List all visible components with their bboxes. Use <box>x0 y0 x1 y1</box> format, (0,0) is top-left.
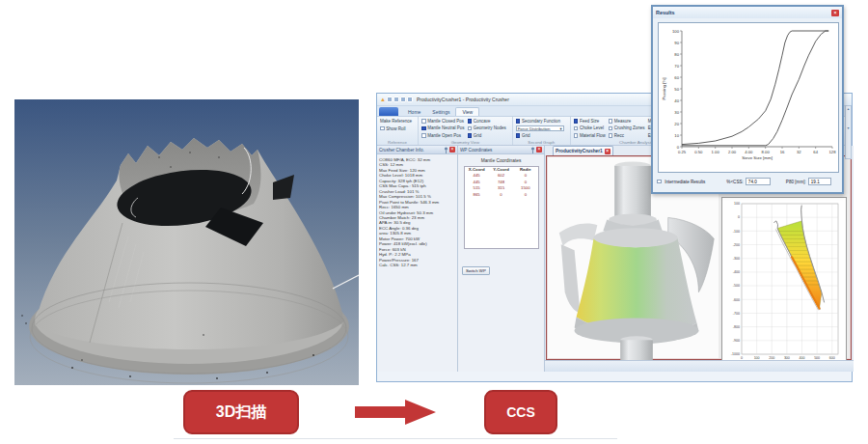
ribbon-item-crushing-zones[interactable]: Crushing Zones <box>609 125 645 131</box>
checkbox-show-roll[interactable] <box>380 126 385 131</box>
ribbon-item-force-distribution[interactable]: Force Distribution▾ <box>516 125 564 131</box>
svg-text:Passing [%]: Passing [%] <box>662 77 666 99</box>
wp-coordinates-panel: WP Coordinates × Mantle Coordinates X-Co… <box>458 146 545 372</box>
intermediate-results-label: Intermediate Results <box>665 180 705 184</box>
checkbox-choke-level[interactable] <box>574 126 579 131</box>
chamber-info-panel-header: Crusher Chamber Info. × <box>377 146 457 154</box>
svg-text:64: 64 <box>813 150 818 154</box>
checkbox-mantle-open-pos[interactable] <box>421 133 426 138</box>
status-bar: Pane 1 <box>545 360 854 372</box>
checkbox-feed-size[interactable] <box>574 119 579 124</box>
results-title-bar: Results × <box>653 7 842 18</box>
close-icon[interactable]: × <box>536 147 542 153</box>
ribbon-item-measure[interactable]: Measure <box>609 118 645 125</box>
p80-field-label: P80 [mm]: <box>786 180 806 184</box>
svg-text:-400: -400 <box>733 270 740 274</box>
ribbon-item-feed-size[interactable]: Feed Size <box>574 118 606 125</box>
qat-icon-3[interactable] <box>400 97 406 102</box>
ribbon-item-geometry-nodes[interactable]: Geometry Nodes <box>468 125 506 131</box>
results-footer: Intermediate Results %<CSS: 74.0 P80 [mm… <box>653 174 842 189</box>
flow-step-3d-scan: 3D扫描 <box>183 390 299 434</box>
ribbon-item-mantle-neutral-pos[interactable]: Mantle Neutral Pos <box>421 125 464 131</box>
close-icon[interactable]: × <box>449 147 455 153</box>
svg-text:80: 80 <box>674 52 679 57</box>
mantle-coordinates-title: Mantle Coordinates <box>458 158 544 163</box>
checkbox-crushing-zones[interactable] <box>609 126 613 131</box>
cell: 0 <box>489 192 513 198</box>
ribbon-item-grid[interactable]: Grid <box>516 132 564 139</box>
document-tab[interactable]: ProductivityCrusher1 × <box>553 146 613 155</box>
qat-icon-1[interactable] <box>387 97 393 102</box>
tab-settings[interactable]: Settings <box>426 107 455 116</box>
checkbox-grid[interactable] <box>516 133 521 138</box>
ribbon-group-name: Geometry View <box>419 140 512 145</box>
vertical-scrollbar[interactable]: ▴▾ <box>845 105 852 159</box>
svg-text:-200: -200 <box>733 243 740 247</box>
css-field-label: %<CSS: <box>726 180 744 184</box>
svg-text:0: 0 <box>738 215 740 219</box>
ribbon-item-material-flow[interactable]: Material Flow <box>574 132 606 139</box>
switch-wp-button[interactable]: Switch WP <box>462 266 490 275</box>
svg-text:32: 32 <box>797 150 801 154</box>
mantle-coordinates-table[interactable]: X-CoordY-CoordRadie445602044574805153151… <box>464 166 539 249</box>
tab-home[interactable]: Home <box>402 107 426 116</box>
tab-view[interactable]: View <box>455 107 479 116</box>
ribbon-item-grid[interactable]: Grid <box>468 132 506 139</box>
svg-text:-1000: -1000 <box>731 352 740 356</box>
pin-icon[interactable] <box>530 147 535 153</box>
svg-text:-300: -300 <box>733 257 740 261</box>
pin-icon[interactable] <box>444 147 448 153</box>
close-icon[interactable]: × <box>605 149 610 154</box>
flow-step-ccs-label: CCS <box>506 404 535 420</box>
ribbon-group-name: Reference <box>377 140 418 145</box>
screen: 3D扫描 CCS ▲ ProductivityCrusher1 - Produc… <box>0 0 868 444</box>
ribbon-item-recc[interactable]: Recc <box>609 132 645 139</box>
checkbox-recc[interactable] <box>609 133 613 138</box>
scan-3d-mesh <box>14 99 359 385</box>
checkbox-geometry-nodes[interactable] <box>468 126 473 131</box>
qat-icon-2[interactable] <box>393 97 399 102</box>
ribbon-item-mantle-open-pos[interactable]: Mantle Open Pos <box>421 132 464 139</box>
scan-3d-view <box>14 99 359 385</box>
svg-text:0: 0 <box>677 145 680 150</box>
ribbon-item-concave[interactable]: Concave <box>468 118 506 125</box>
ribbon-group-second-graph: Secondary FunctionForce Distribution▾Gri… <box>513 117 571 145</box>
ribbon-item-mantle-closed-pos[interactable]: Mantle Closed Pos <box>421 118 464 125</box>
css-field-value[interactable]: 74.0 <box>746 178 771 185</box>
ribbon-item-make-reference[interactable]: Make Reference <box>380 118 412 125</box>
dropdown-force-distribution[interactable]: Force Distribution▾ <box>516 125 564 131</box>
checkbox-mantle-neutral-pos[interactable] <box>421 126 426 131</box>
app-menu-button[interactable] <box>379 107 398 116</box>
chamber-info-panel-title: Crusher Chamber Info. <box>379 148 424 153</box>
checkbox-material-flow[interactable] <box>574 133 579 138</box>
ribbon-item-secondary-function[interactable]: Secondary Function <box>516 118 564 125</box>
qat-icon-4[interactable] <box>407 97 413 102</box>
results-chart-frame: 01020304050607080901000.250.501.002.004.… <box>658 22 839 173</box>
svg-text:-500: -500 <box>733 284 740 288</box>
results-chart: 01020304050607080901000.250.501.002.004.… <box>659 23 838 170</box>
ribbon-item-choke-level[interactable]: Choke Level <box>574 125 606 131</box>
checkbox-concave[interactable] <box>468 119 473 124</box>
svg-text:100: 100 <box>734 202 740 206</box>
intermediate-results-checkbox[interactable] <box>657 180 662 184</box>
results-title: Results <box>656 10 674 15</box>
checkbox-grid[interactable] <box>468 133 473 138</box>
ribbon-group-name: Second Graph <box>513 140 570 145</box>
chamber-info-panel: Crusher Chamber Info. × CO860 MF/A, ECC:… <box>377 146 458 372</box>
table-row[interactable]: 86500 <box>465 192 538 198</box>
checkbox-mantle-closed-pos[interactable] <box>421 119 426 124</box>
chamber-profile-chart: 0100200300400500600[mm]1000-100-200-300-… <box>722 198 846 368</box>
close-icon[interactable]: × <box>831 10 839 16</box>
checkbox-measure[interactable] <box>609 119 613 124</box>
document-tab-label: ProductivityCrusher1 <box>556 149 603 153</box>
info-line: Calc. CSS: 12.7 mm <box>379 263 455 267</box>
flow-arrow-icon <box>355 400 436 425</box>
svg-text:-900: -900 <box>733 339 740 343</box>
chamber-profile-chart-frame: 0100200300400500600[mm]1000-100-200-300-… <box>721 197 847 369</box>
cell: 0 <box>513 192 537 198</box>
ribbon-item-show-roll[interactable]: Show Roll <box>380 125 412 131</box>
checkbox-secondary-function[interactable] <box>516 119 521 124</box>
svg-text:16: 16 <box>780 150 785 154</box>
p80-field-value[interactable]: 19.1 <box>808 178 831 185</box>
svg-text:70: 70 <box>674 64 679 69</box>
